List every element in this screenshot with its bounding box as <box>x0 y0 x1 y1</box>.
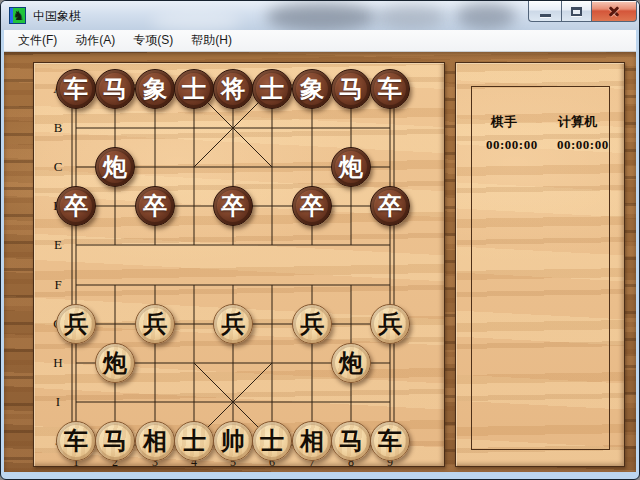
board-piece[interactable]: 车 <box>56 69 96 109</box>
row-label: I <box>50 394 66 410</box>
aero-glass-reflection <box>376 5 446 29</box>
board-piece[interactable]: 帅 <box>213 421 253 461</box>
menu-options[interactable]: 专项(S) <box>124 29 182 52</box>
board-piece[interactable]: 士 <box>252 69 292 109</box>
row-label: F <box>50 277 66 293</box>
player-label: 棋手 <box>491 113 517 131</box>
close-icon <box>607 5 621 17</box>
board-piece[interactable]: 车 <box>370 421 410 461</box>
row-label: C <box>50 159 66 175</box>
board-piece[interactable]: 车 <box>370 69 410 109</box>
board-piece[interactable]: 士 <box>174 69 214 109</box>
board-piece[interactable]: 炮 <box>331 147 371 187</box>
maximize-button[interactable] <box>561 1 592 22</box>
window-title: 中国象棋 <box>33 8 81 25</box>
row-label: B <box>50 120 66 136</box>
menu-help[interactable]: 帮助(H) <box>182 29 241 52</box>
board-piece[interactable]: 士 <box>174 421 214 461</box>
board-piece[interactable]: 兵 <box>56 304 96 344</box>
board-piece[interactable]: 兵 <box>213 304 253 344</box>
app-window: ♞ 中国象棋 文件(F) 动作(A) 专项(S) 帮助(H) ABCDEFGHI… <box>0 0 640 480</box>
row-label: E <box>50 237 66 253</box>
board-piece[interactable]: 兵 <box>135 304 175 344</box>
board-piece[interactable]: 卒 <box>56 186 96 226</box>
app-icon[interactable]: ♞ <box>9 7 26 24</box>
board-piece[interactable]: 马 <box>331 69 371 109</box>
board-piece[interactable]: 士 <box>252 421 292 461</box>
board-piece[interactable]: 相 <box>135 421 175 461</box>
board-piece[interactable]: 炮 <box>95 343 135 383</box>
board-piece[interactable]: 卒 <box>292 186 332 226</box>
board-grid <box>34 63 446 468</box>
aero-glass-reflection <box>266 3 376 30</box>
board-piece[interactable]: 车 <box>56 421 96 461</box>
window-controls <box>528 1 637 22</box>
board-piece[interactable]: 炮 <box>95 147 135 187</box>
board-piece[interactable]: 象 <box>135 69 175 109</box>
titlebar[interactable]: ♞ 中国象棋 <box>1 1 639 30</box>
board-piece[interactable]: 象 <box>292 69 332 109</box>
menubar: 文件(F) 动作(A) 专项(S) 帮助(H) <box>4 30 636 52</box>
knight-icon: ♞ <box>13 9 25 22</box>
board-piece[interactable]: 兵 <box>370 304 410 344</box>
minimize-icon <box>540 14 551 17</box>
maximize-icon <box>571 7 582 16</box>
minimize-button[interactable] <box>528 1 561 22</box>
computer-label: 计算机 <box>558 113 597 131</box>
side-panel: 棋手 计算机 00:00:00 00:00:00 <box>455 62 625 467</box>
chessboard[interactable]: ABCDEFGHIJ123456789 车马象士将士象马车炮炮卒卒卒卒卒兵兵兵兵… <box>33 62 445 467</box>
close-button[interactable] <box>592 1 637 22</box>
player-timer: 00:00:00 <box>486 137 538 153</box>
board-piece[interactable]: 马 <box>95 421 135 461</box>
board-piece[interactable]: 马 <box>95 69 135 109</box>
aero-glass-reflection <box>456 3 516 29</box>
board-piece[interactable]: 马 <box>331 421 371 461</box>
menu-file[interactable]: 文件(F) <box>9 29 66 52</box>
row-label: H <box>50 355 66 371</box>
timer-box: 棋手 计算机 00:00:00 00:00:00 <box>471 86 610 450</box>
board-piece[interactable]: 相 <box>292 421 332 461</box>
board-piece[interactable]: 卒 <box>213 186 253 226</box>
computer-timer: 00:00:00 <box>557 137 609 153</box>
aero-glass-reflection <box>151 11 241 30</box>
menu-action[interactable]: 动作(A) <box>66 29 124 52</box>
board-piece[interactable]: 卒 <box>370 186 410 226</box>
board-piece[interactable]: 将 <box>213 69 253 109</box>
board-piece[interactable]: 卒 <box>135 186 175 226</box>
board-piece[interactable]: 兵 <box>292 304 332 344</box>
client-area: ABCDEFGHIJ123456789 车马象士将士象马车炮炮卒卒卒卒卒兵兵兵兵… <box>4 52 636 472</box>
board-piece[interactable]: 炮 <box>331 343 371 383</box>
